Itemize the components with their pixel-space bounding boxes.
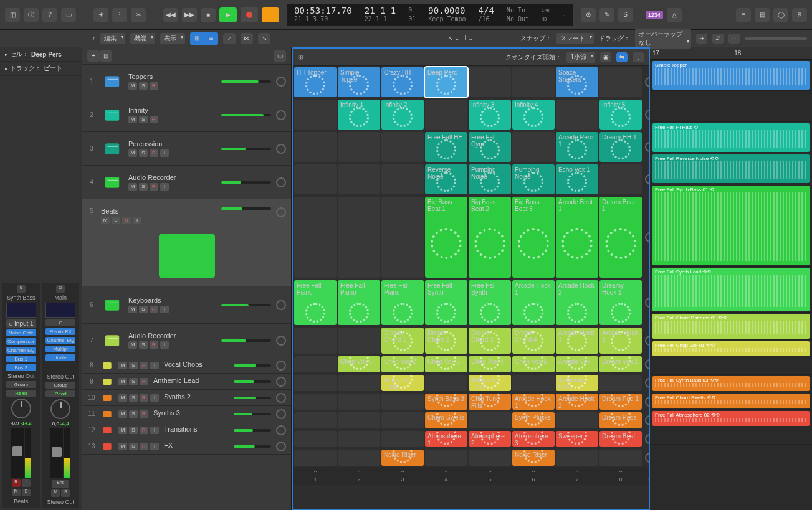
trigger-column[interactable] xyxy=(643,164,650,194)
loop-cell[interactable] xyxy=(556,450,598,466)
loop-cell[interactable]: Pumping Noise xyxy=(512,164,555,194)
scene-trigger[interactable]: 6 xyxy=(512,470,555,483)
browser-icon[interactable]: ⎘ xyxy=(792,8,807,22)
loop-cell[interactable]: Free Fall Synth xyxy=(469,280,511,325)
region[interactable]: Simple Topper xyxy=(652,61,810,90)
region[interactable]: Free Fall Chord Swells ⟲⟲ xyxy=(652,394,810,408)
volume-slider[interactable] xyxy=(234,445,271,448)
i-button[interactable]: I xyxy=(150,427,159,434)
loop-cell[interactable]: Chop Vox 4 xyxy=(469,356,511,372)
loop-cell[interactable]: Big Bass Beat 2 xyxy=(469,197,511,278)
display-icon[interactable]: ☀ xyxy=(93,8,108,22)
loop-cell[interactable] xyxy=(294,394,337,410)
text-tool-icon[interactable]: I ⌄ xyxy=(464,35,473,42)
countin-icon[interactable]: S xyxy=(618,8,633,22)
m-button[interactable]: M xyxy=(118,378,127,385)
tuner-icon[interactable]: ⊘ xyxy=(581,8,596,22)
scene-trigger[interactable]: 5 xyxy=(469,470,511,483)
trigger-column[interactable] xyxy=(643,328,650,354)
r-button[interactable]: R xyxy=(150,306,158,313)
grid-record-icon[interactable]: ◉ xyxy=(600,52,611,62)
region[interactable]: Free Fall Synth Bass 01 ⟲ xyxy=(652,186,810,265)
loop-cell[interactable]: Chip Tune Fills xyxy=(469,394,511,410)
loop-cell[interactable] xyxy=(294,100,337,130)
volume-slider[interactable] xyxy=(221,80,271,83)
scene-stop[interactable]: ■ xyxy=(643,470,650,483)
view-menu[interactable]: 表示 xyxy=(160,33,185,44)
lcd-display[interactable]: 00:53:17.7021 1 3 70 21 1 122 1 1 001 90… xyxy=(287,4,573,26)
r-button[interactable]: R xyxy=(140,427,148,434)
loop-cell[interactable] xyxy=(381,431,424,447)
trigger-column[interactable] xyxy=(643,67,650,97)
i-button[interactable]: I xyxy=(150,362,159,369)
pan-knob[interactable] xyxy=(276,207,286,217)
fader[interactable] xyxy=(11,428,24,478)
loop-cell[interactable]: Arcade Hook 2 xyxy=(556,280,598,325)
loop-cell[interactable]: Dream Beat xyxy=(599,431,642,447)
eq-thumb[interactable] xyxy=(6,303,36,318)
catch-icon[interactable]: ↘ xyxy=(258,33,270,44)
m-button[interactable]: M xyxy=(118,427,127,434)
grid-icon[interactable]: ⊞ xyxy=(298,54,303,60)
loop-cell[interactable] xyxy=(512,67,555,97)
solo-icon[interactable]: ✎ xyxy=(599,8,614,22)
loop-cell[interactable]: Dream Chord 1 xyxy=(381,328,424,354)
loop-cell[interactable]: Free Fall Cym xyxy=(469,132,511,162)
track-row[interactable]: 8MSRIVocal Chops xyxy=(82,357,291,374)
list-icon[interactable]: ≡ xyxy=(736,8,751,22)
loop-cell[interactable] xyxy=(294,132,337,162)
track-row[interactable]: 4Audio RecorderMSRI xyxy=(82,166,291,199)
loop-cell[interactable] xyxy=(294,450,337,466)
loop-cell[interactable]: Dream Pad 1 xyxy=(599,394,642,410)
r-button[interactable]: R xyxy=(140,410,148,418)
timeline-track[interactable] xyxy=(650,91,812,122)
loop-cell[interactable] xyxy=(338,431,380,447)
input-chip[interactable]: ⊙ Input 1 xyxy=(6,319,36,328)
loop-cell[interactable]: Dream Beat 1 xyxy=(599,197,642,278)
add-track-button[interactable]: + xyxy=(87,50,100,62)
loop-cell[interactable] xyxy=(599,450,642,466)
zoom-h-icon[interactable]: ⇥ xyxy=(696,34,707,44)
eq-thumb[interactable] xyxy=(45,303,75,318)
trigger-column[interactable] xyxy=(643,356,650,372)
zoom-slider[interactable] xyxy=(745,37,807,40)
loop-cell[interactable] xyxy=(294,375,337,391)
scene-trigger[interactable]: 8 xyxy=(599,470,642,483)
trigger-column[interactable] xyxy=(643,394,650,410)
timeline-track[interactable]: Free Fall Hi Hats ⟲ xyxy=(650,122,812,153)
loop-cell[interactable]: Simple Topper xyxy=(338,67,380,97)
inspector-icon[interactable]: ⓘ xyxy=(24,8,39,22)
edit-menu[interactable]: 編集 xyxy=(100,33,125,44)
loop-cell[interactable] xyxy=(469,412,511,428)
loop-cell[interactable]: Dream HH 1 xyxy=(599,132,642,162)
region[interactable]: Free Fall Atmosphere 02 ⟲⟲ xyxy=(652,411,810,426)
loop-cell[interactable]: Dream Chord 2 xyxy=(425,328,467,354)
r-button[interactable]: R xyxy=(150,149,158,157)
notes-icon[interactable]: ▤ xyxy=(755,8,770,22)
s-button[interactable]: S xyxy=(129,362,138,369)
loop-cell[interactable] xyxy=(338,375,380,391)
s-button[interactable]: S xyxy=(129,378,138,385)
s-button[interactable]: S xyxy=(139,149,148,157)
flex-icon[interactable]: ⋈ xyxy=(241,33,253,44)
volume-slider[interactable] xyxy=(234,429,271,432)
loop-cell[interactable]: Chop Vox 5 xyxy=(512,356,555,372)
loop-cell[interactable] xyxy=(381,412,424,428)
play-button[interactable]: ▶ xyxy=(219,7,237,22)
volume-slider[interactable] xyxy=(221,304,271,306)
loop-cell[interactable]: Chord Swells xyxy=(425,412,467,428)
track-row[interactable]: 9MSRAnthemic Lead xyxy=(82,374,291,390)
trigger-column[interactable] xyxy=(643,132,650,162)
timeline-track[interactable]: Free Fall Reverse Noise ⟲⟲ xyxy=(650,153,812,184)
loop-cell[interactable]: Infinity 5 xyxy=(599,100,642,130)
s-button[interactable]: S xyxy=(129,410,138,418)
s-button[interactable]: S xyxy=(139,116,148,123)
s-button[interactable]: S xyxy=(129,427,138,434)
r-button[interactable]: R xyxy=(140,443,148,450)
automation-icon[interactable]: ⟋ xyxy=(223,33,236,44)
timeline-track[interactable]: Free Fall Synth Bass 01 ⟲ xyxy=(650,184,812,267)
count-badge[interactable]: 1234 xyxy=(646,11,663,19)
loop-cell[interactable] xyxy=(294,328,337,354)
volume-slider[interactable] xyxy=(221,207,271,210)
loops-icon[interactable]: ◯ xyxy=(773,8,788,22)
